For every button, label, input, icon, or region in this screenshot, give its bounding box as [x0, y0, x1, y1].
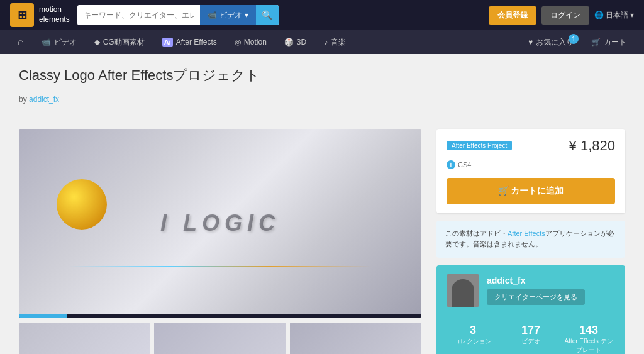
light-line-decoration: [69, 266, 371, 267]
nav-video[interactable]: 📹 ビデオ: [34, 30, 84, 54]
creator-card: addict_fx クリエイターページを見る 3 コレクション 177 ビデオ …: [436, 265, 625, 354]
ae-label: After Effects テンプレート: [562, 337, 615, 354]
motion-icon: ◎: [235, 38, 241, 47]
creator-avatar: [447, 274, 479, 307]
nav-right: ♥ お気に入り 1 🛒 カート: [521, 30, 634, 54]
search-icon: 🔍: [262, 10, 272, 20]
videos-count: 177: [504, 324, 557, 337]
search-button[interactable]: 🔍: [256, 5, 279, 25]
header-right: 会員登録 ログイン 🌐 日本語 ▾: [489, 6, 634, 25]
left-column: I LOGIC 🔥 LOGO 🔥 LOGO: [19, 129, 421, 354]
preview-logo-text: I LOGIC: [160, 210, 280, 236]
nav-after-effects[interactable]: Ai After Effects: [155, 30, 225, 54]
thumbnail-3[interactable]: 🔥 LOGO: [290, 323, 421, 354]
search-bar: 📹 ビデオ ▾ 🔍: [77, 5, 279, 25]
stat-ae-templates: 143 After Effects テンプレート: [562, 324, 615, 354]
right-column: After Effects Project ¥ 1,820 i CS4 🛒 カー…: [436, 129, 625, 354]
creator-top: addict_fx クリエイターページを見る: [447, 274, 615, 307]
author-line: by addict_fx: [19, 95, 625, 104]
cart-icon: 🛒: [591, 38, 601, 47]
camera-icon: 📹: [208, 11, 217, 19]
video-dropdown-button[interactable]: 📹 ビデオ ▾: [200, 5, 256, 25]
info-box: この素材はアドビ・After Effectsアプリケーションが必要です。音楽は含…: [436, 221, 625, 258]
search-input[interactable]: [77, 11, 200, 19]
favorites-badge: 1: [569, 34, 579, 44]
gold-ball-decoration: [57, 179, 107, 230]
creator-page-button[interactable]: クリエイターページを見る: [487, 289, 585, 305]
logo[interactable]: ⊞ motion elements: [10, 3, 70, 27]
price-card: After Effects Project ¥ 1,820 i CS4 🛒 カー…: [436, 129, 625, 213]
author-link[interactable]: addict_fx: [29, 95, 59, 104]
thumbnails: 🔥 LOGO 🔥 LOGO 🔥 LOGO: [19, 323, 421, 354]
progress-bar: [19, 314, 67, 318]
nav-cg[interactable]: ◆ CG動画素材: [87, 30, 152, 54]
collections-label: コレクション: [447, 337, 499, 346]
logo-text: motion elements: [39, 5, 70, 25]
globe-icon: 🌐: [594, 11, 604, 19]
ae-link[interactable]: After Effects: [508, 230, 545, 237]
register-button[interactable]: 会員登録: [489, 6, 536, 25]
favorites-button[interactable]: ♥ お気に入り 1: [521, 30, 581, 54]
collections-count: 3: [447, 324, 499, 337]
info-icon: i: [447, 160, 455, 169]
price-display: ¥ 1,820: [569, 138, 615, 154]
nav-motion[interactable]: ◎ Motion: [227, 30, 274, 54]
price-header: After Effects Project ¥ 1,820: [447, 138, 615, 154]
cs-info: i CS4: [447, 160, 615, 169]
progress-overlay: [19, 314, 421, 318]
camera-icon: 📹: [42, 38, 51, 47]
main-content: Classy Logo After Effectsプロジェクト by addic…: [0, 54, 644, 354]
top-header: ⊞ motion elements 📹 ビデオ ▾ 🔍 会員登録 ログイン 🌐 …: [0, 0, 644, 30]
music-icon: ♪: [324, 38, 328, 47]
main-preview[interactable]: I LOGIC: [19, 129, 421, 318]
creator-info: addict_fx クリエイターページを見る: [487, 275, 585, 305]
thumbnail-1[interactable]: 🔥 LOGO: [19, 323, 150, 354]
add-to-cart-button[interactable]: 🛒 カートに追加: [447, 178, 615, 204]
ae-badge: After Effects Project: [447, 141, 512, 150]
stat-collections: 3 コレクション: [447, 324, 499, 354]
stat-videos: 177 ビデオ: [504, 324, 557, 354]
creator-name: addict_fx: [487, 275, 585, 285]
ae-count: 143: [562, 324, 615, 337]
avatar-silhouette: [452, 279, 474, 307]
chevron-down-icon: ▾: [630, 11, 634, 19]
nav-bar: ⌂ 📹 ビデオ ◆ CG動画素材 Ai After Effects ◎ Moti…: [0, 30, 644, 54]
language-selector[interactable]: 🌐 日本語 ▾: [594, 10, 634, 21]
diamond-icon: ◆: [94, 38, 100, 47]
nav-3d[interactable]: 🎲 3D: [277, 30, 314, 54]
chevron-down-icon: ▾: [245, 11, 248, 19]
ae-icon: Ai: [162, 38, 173, 47]
page-title: Classy Logo After Effectsプロジェクト: [19, 67, 625, 85]
cube-icon: 🎲: [284, 38, 294, 47]
nav-music[interactable]: ♪ 音楽: [316, 30, 353, 54]
videos-label: ビデオ: [504, 337, 557, 346]
preview-content: I LOGIC: [19, 129, 421, 318]
nav-home[interactable]: ⌂: [10, 30, 31, 54]
thumbnail-2[interactable]: 🔥 LOGO: [154, 323, 286, 354]
cart-button[interactable]: 🛒 カート: [584, 30, 634, 54]
login-button[interactable]: ログイン: [541, 6, 589, 25]
heart-icon: ♥: [528, 38, 533, 47]
logo-icon: ⊞: [10, 3, 34, 27]
creator-stats: 3 コレクション 177 ビデオ 143 After Effects テンプレー…: [447, 316, 615, 354]
